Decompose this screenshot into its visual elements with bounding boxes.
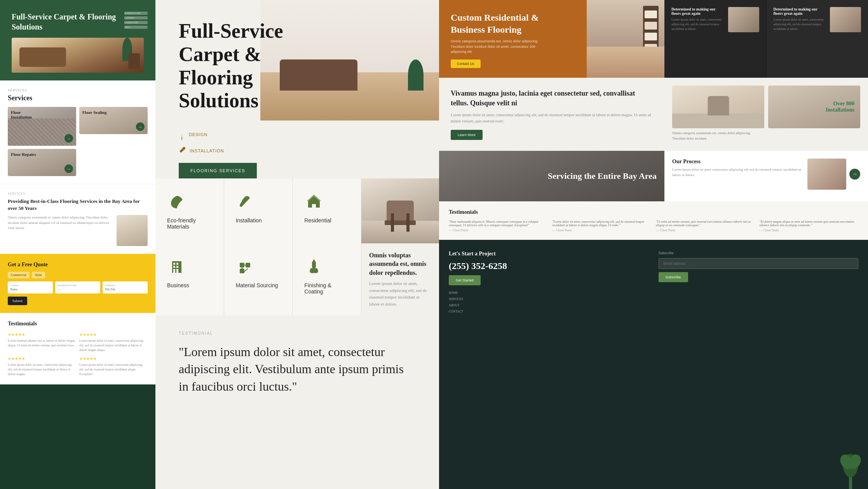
dark-item-2: Determined to making our floors great ag… [767,0,868,78]
cta-nav-services[interactable]: SERVICES [449,296,649,302]
service-eco-name: Eco-friendly Materials [167,217,212,230]
right-bay-process-row: Servicing the Entire Bay Area Our Proces… [439,151,868,201]
center-services-grid-2: Business Material Sourcing [155,243,439,316]
svg-rect-4 [173,263,175,265]
quote-submit-btn[interactable]: Submit [8,297,27,305]
right-cta-section: Let's Start a Project (255) 352-6258 Get… [439,240,868,489]
service-install-title: FloorInstallation [11,110,32,119]
svg-rect-8 [173,269,175,273]
service-business: Business [155,243,224,316]
quote-option-1[interactable]: Commercial [8,272,30,278]
cta-nav-contact[interactable]: CONTACT [449,309,649,315]
cta-nav-items: HOME SERVICES ABOUT CONTACT [449,290,649,315]
service-install-btn[interactable]: → [64,134,73,143]
cta-nav-about[interactable]: ABOUT [449,302,649,309]
right-dark-section: Determined to making our floors great ag… [664,0,868,78]
right-test-title: Testimonials [449,209,858,215]
right-test-quote-4: "Et dolore magna aliqua ut enim ad minim… [760,220,859,227]
service-repair-btn[interactable]: → [64,164,73,173]
cta-subscribe-btn[interactable]: Subscribe [659,272,688,282]
process-title: Our Process [672,159,803,165]
vivamus-btn[interactable]: Learn More [451,130,483,140]
leaf-icon [167,192,186,211]
feature-right-col: Over 800 Installations [768,86,860,143]
vivamus-section: Vivamus magna justo, lacinia eget consec… [439,78,664,151]
cta-left: Let's Start a Project (255) 352-6258 Get… [449,251,649,478]
dark-title-2: Determined to making our floors great ag… [774,7,826,16]
right-test-grid: "Nunc malesuada aliquets et. Mauris cons… [449,220,858,232]
center-hero-title: Full-Service Carpet & Flooring Solutions [179,19,326,112]
service-floor-install[interactable]: FloorInstallation → [8,107,76,146]
omnis-title: Omnis voluptas assumenda est, omnis dolo… [369,251,431,277]
left-testimonials-section: Testimonials ★★★★★ Lorem risntrud ullame… [0,313,155,384]
room-plant [408,59,424,91]
service-floor-seal[interactable]: Floor Sealing → [79,107,148,134]
dark-item-1: Determined to making our floors great ag… [664,0,766,78]
service-installation-name: Installation [236,217,262,224]
cta-subscribe-input[interactable] [659,258,859,269]
vivamus-title: Vivamus magna justo, lacinia eget consec… [451,89,653,108]
design-row: DESIGN [179,132,416,143]
flooring-services-btn[interactable]: FLOORING SERVICES [179,163,257,178]
service-seal-btn[interactable]: → [136,122,145,131]
right-hero-btn[interactable]: Contact Us [451,59,481,68]
dark-title-1: Determined to making our floors great ag… [671,7,724,16]
nav-tile: TILE [124,26,148,29]
right-top-row: Custom Residential & Business Flooring O… [439,0,868,78]
left-quote-section: Get a Free Quote Commercial Artist Conta… [0,254,155,313]
building-icon [167,257,186,276]
dark-text-1: Lorem ipsum dolor sit amet, consectetur … [671,17,724,31]
material-icon [236,257,255,276]
left-quote-title: Get a Free Quote [8,262,148,268]
services-grid: FloorInstallation → Floor Sealing → Floo… [8,107,148,176]
left-providing-image [117,215,148,246]
process-arrow-btn[interactable]: → [849,169,860,180]
cta-get-started-btn[interactable]: Get Started [449,275,481,285]
right-test-author-1: — Client Name [449,229,548,232]
center-testimonial-section: TESTIMONIAL "Lorem ipsum dolor sit amet,… [155,316,439,411]
right-test-author-3: — Client Name [656,229,755,232]
left-hero-image [12,38,144,73]
wrench-icon [179,147,186,155]
home-icon [304,192,324,211]
cta-nav-home[interactable]: HOME [449,290,649,296]
svg-point-0 [240,204,242,207]
svg-rect-12 [240,269,244,273]
service-residential-name: Residential [304,217,331,224]
feature-left-text: Omnis categoria assumenda est. omnis dol… [672,131,764,141]
installations-count: Over 800 [826,101,854,107]
left-test-item-1: ★★★★★ Lorem risntrud ullamer nor ut. lab… [8,332,76,353]
feature-chair-image [672,86,764,128]
left-providing-content: Omnis categoria assumenda et. omnis dolo… [8,215,148,246]
left-hero-title: Full-Service Carpet & Flooring Solutions [12,12,144,32]
nav-laminate: LAMINATE [124,21,148,24]
design-label: DESIGN [189,132,207,137]
quote-item-3: Template Tile File [103,281,148,293]
left-services-label: Services [8,88,148,92]
service-material-name: Material Sourcing [236,282,278,288]
left-services-title: Services [8,94,148,102]
installation-icon [236,192,255,211]
left-test-item-2: ★★★★★ Lorem ipsum dolor sit amet, consec… [79,332,148,353]
nav-carpet: CARPET [124,16,148,19]
bay-area-section: Servicing the Entire Bay Area [439,151,664,201]
process-text: Lorem ipsum dolor sit amet consectetur a… [672,167,803,178]
service-floor-repair[interactable]: Floor Repairs → [8,149,76,176]
cta-plant-decoration [841,450,860,489]
left-test-item-3: ★★★★★ Lorem ipsum dolor sit amet, consec… [8,356,76,377]
left-hero-nav: HARDWOOD CARPET LAMINATE TILE [124,12,148,29]
quote-option-2[interactable]: Artist [32,272,45,278]
feature-left-col: Omnis categoria assumenda est. omnis dol… [672,86,764,143]
process-image [807,159,846,190]
right-panel: Custom Residential & Business Flooring O… [439,0,868,489]
right-test-quote-1: "Nunc malesuada aliquets et. Mauris cons… [449,220,548,227]
process-right: → [807,159,860,190]
omnis-text: Lorem ipsum dolor sit amet, consectetur … [369,280,431,307]
feature-room-image: Over 800 Installations [768,86,860,128]
left-test-title: Testimonials [8,321,148,327]
quote-item-1: Contact Name [8,281,53,293]
service-material: Material Sourcing [224,243,293,316]
right-feature-grid: Omnis categoria assumenda est. omnis dol… [664,78,868,151]
svg-rect-10 [240,263,244,267]
right-test-quote-3: "Ut enim ad minim veniam, quis nostrud e… [656,220,755,227]
